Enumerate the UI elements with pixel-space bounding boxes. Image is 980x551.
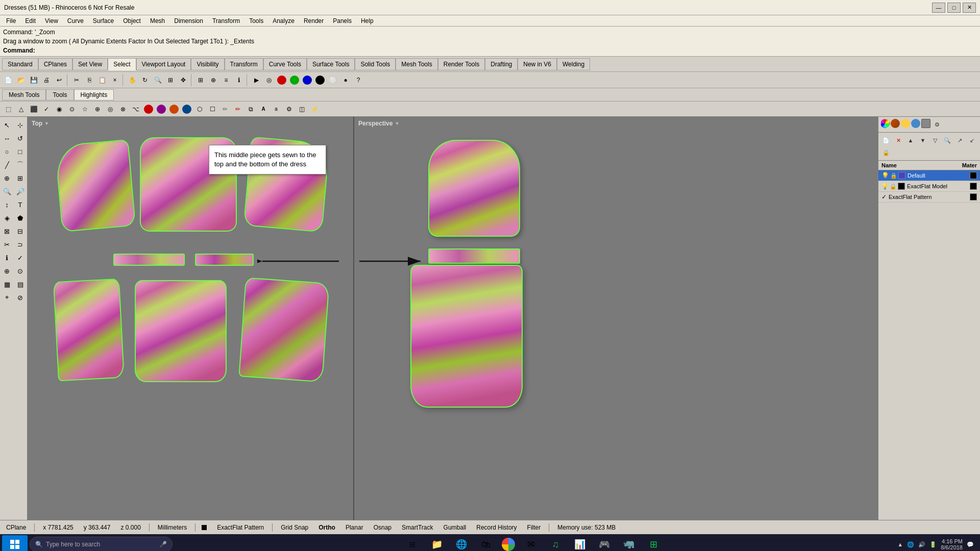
taskbar-app-data[interactable]: 📊 <box>569 535 591 551</box>
help-icon[interactable]: ? <box>352 74 364 86</box>
extra1-icon[interactable]: ▦ <box>1 278 13 290</box>
color1-icon[interactable] <box>277 76 286 85</box>
st-icon8[interactable]: ⊕ <box>91 103 104 115</box>
st-icon20[interactable]: ⧉ <box>244 103 257 115</box>
tab-transform[interactable]: Transform <box>225 58 263 70</box>
record-history-toggle[interactable]: Record History <box>474 524 519 531</box>
solid-icon[interactable]: ◈ <box>1 212 13 224</box>
menu-dimension[interactable]: Dimension <box>170 16 207 26</box>
zoom-icon[interactable]: 🔍 <box>152 74 164 86</box>
taskbar-app-game[interactable]: 🎮 <box>593 535 616 551</box>
taskbar-app-chrome[interactable] <box>502 538 515 551</box>
rp-up[interactable]: ▲ <box>905 135 916 146</box>
st-icon4[interactable]: ✓ <box>40 103 53 115</box>
subtab-tools[interactable]: Tools <box>46 89 74 101</box>
st-icon21[interactable]: A <box>257 103 270 115</box>
trim-icon[interactable]: ✂ <box>1 238 13 251</box>
perspective-viewport-dropdown[interactable]: ▼ <box>395 121 399 126</box>
menu-edit[interactable]: Edit <box>21 16 40 26</box>
extra4-icon[interactable]: ⊘ <box>14 291 27 304</box>
dim-icon[interactable]: ↕ <box>1 198 13 211</box>
rp-new-layer[interactable]: 📄 <box>880 135 892 146</box>
taskbar-app-terminal[interactable]: ⊞ <box>642 535 665 551</box>
st-icon22[interactable]: a <box>270 103 282 115</box>
tab-welding[interactable]: Welding <box>557 58 590 70</box>
menu-view[interactable]: View <box>41 16 62 26</box>
snap-icon[interactable]: ⊕ <box>207 74 219 86</box>
tab-setview[interactable]: Set View <box>72 58 108 70</box>
viewport-top[interactable]: Top ▼ <box>28 117 354 520</box>
check-icon[interactable]: ✓ <box>14 252 27 264</box>
surface-icon[interactable]: ⬟ <box>14 212 27 224</box>
tab-select[interactable]: Select <box>108 58 136 70</box>
menu-tools[interactable]: Tools <box>245 16 267 26</box>
rp-delete[interactable]: ✕ <box>893 135 904 146</box>
rp-light[interactable] <box>901 119 910 128</box>
st-icon9[interactable]: ◎ <box>104 103 116 115</box>
menu-file[interactable]: File <box>2 16 20 26</box>
st-icon12[interactable] <box>144 105 153 114</box>
menu-analyze[interactable]: Analyze <box>268 16 299 26</box>
close-button[interactable]: ✕ <box>963 3 976 13</box>
rp-filter[interactable]: ▽ <box>929 135 941 146</box>
tab-surfacetools[interactable]: Surface Tools <box>307 58 355 70</box>
taskbar-app-mail[interactable]: ✉ <box>520 535 542 551</box>
snap-tool-icon[interactable]: ⊕ <box>1 172 13 184</box>
group-icon[interactable]: ⊕ <box>1 265 13 277</box>
new-icon[interactable]: 📄 <box>2 74 14 86</box>
grid-tool-icon[interactable]: ⊞ <box>14 172 27 184</box>
tab-viewportlayout[interactable]: Viewport Layout <box>136 58 191 70</box>
st-icon3[interactable]: ⬛ <box>28 103 40 115</box>
property-icon[interactable]: ℹ <box>233 74 245 86</box>
rp-color-wheel[interactable] <box>880 119 890 128</box>
open-icon[interactable]: 📂 <box>15 74 27 86</box>
tab-solidtools[interactable]: Solid Tools <box>355 58 396 70</box>
rp-setting[interactable]: ⚙ <box>932 119 943 130</box>
line-icon[interactable]: ╱ <box>1 159 13 171</box>
st-icon15[interactable] <box>182 105 191 114</box>
grid-snap-toggle[interactable]: Grid Snap <box>279 524 310 531</box>
menu-object[interactable]: Object <box>119 16 145 26</box>
circle-icon[interactable]: ○ <box>1 145 13 158</box>
rp-search[interactable]: 🔍 <box>942 135 953 146</box>
taskbar-app-edge[interactable]: 🌐 <box>450 535 473 551</box>
cut-icon[interactable]: ✂ <box>70 74 83 86</box>
subtab-meshtools[interactable]: Mesh Tools <box>2 89 46 101</box>
tab-visibility[interactable]: Visibility <box>191 58 224 70</box>
render2-icon[interactable]: ◎ <box>263 74 275 86</box>
mesh2-icon[interactable]: ⊟ <box>14 225 27 237</box>
st-icon6[interactable]: ⊙ <box>66 103 78 115</box>
pan-icon[interactable]: ✥ <box>177 74 189 86</box>
filter-toggle[interactable]: Filter <box>525 524 543 531</box>
layer-swatch-exactflat[interactable] <box>898 183 905 190</box>
analyze-icon[interactable]: ℹ <box>1 252 13 264</box>
mic-icon[interactable]: 🎤 <box>159 541 167 548</box>
sphere2-icon[interactable]: ● <box>339 74 352 86</box>
menu-render[interactable]: Render <box>300 16 328 26</box>
move-icon[interactable]: ✋ <box>126 74 138 86</box>
tray-battery-icon[interactable]: 🔋 <box>929 541 937 548</box>
color2-icon[interactable] <box>290 76 299 85</box>
taskbar-app-store[interactable]: 🛍 <box>475 535 497 551</box>
tray-notification-icon[interactable]: 💬 <box>967 541 974 548</box>
copy-icon[interactable]: ⎘ <box>83 74 95 86</box>
st-icon13[interactable] <box>157 105 166 114</box>
rotate-icon[interactable]: ↻ <box>139 74 151 86</box>
sphere-icon[interactable]: ⚪ <box>327 74 339 86</box>
layer-bulb2-icon[interactable]: 💡 <box>881 183 889 190</box>
menu-mesh[interactable]: Mesh <box>146 16 169 26</box>
start-button[interactable] <box>2 535 28 551</box>
extra2-icon[interactable]: ▤ <box>14 278 27 290</box>
tab-curvetools[interactable]: Curve Tools <box>263 58 307 70</box>
ortho-toggle[interactable]: Ortho <box>316 524 337 531</box>
mesh-icon[interactable]: ⊠ <box>1 225 13 237</box>
text-icon[interactable]: T <box>14 198 27 211</box>
tab-rendertools[interactable]: Render Tools <box>438 58 485 70</box>
layer-row-exactflat-pattern[interactable]: ✓ ExactFlat Pattern <box>878 192 980 203</box>
menu-help[interactable]: Help <box>357 16 378 26</box>
layer-row-exactflat-model[interactable]: 💡 🔒 ExactFlat Model <box>878 181 980 192</box>
layer-row-default[interactable]: 💡 🔒 Default <box>878 170 980 181</box>
tab-standard[interactable]: Standard <box>2 58 38 70</box>
color3-icon[interactable] <box>303 76 312 85</box>
rp-import[interactable]: ↙ <box>966 135 977 146</box>
